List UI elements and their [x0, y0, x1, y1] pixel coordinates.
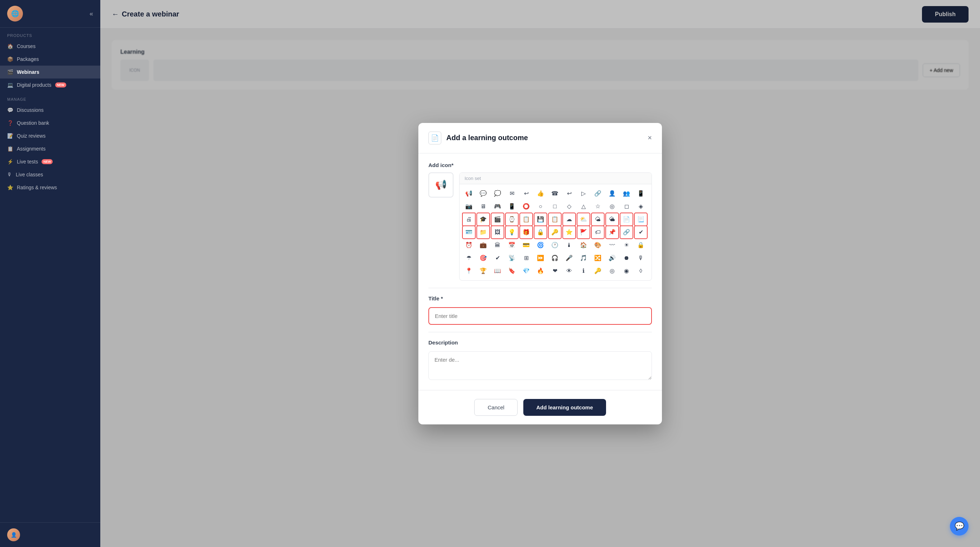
icon-placeholder3[interactable]: ◇ — [563, 200, 576, 213]
selected-icon-preview[interactable]: 📢 — [428, 172, 453, 198]
chat-support-button[interactable]: 💬 — [950, 517, 969, 536]
icon-placeholder1[interactable]: ○ — [534, 200, 547, 213]
icon-book[interactable]: 📖 — [491, 265, 504, 277]
modal-close-button[interactable]: × — [648, 134, 652, 142]
sidebar-item-packages[interactable]: 📦 Packages — [0, 53, 100, 65]
title-input[interactable] — [428, 307, 652, 325]
icon-phone[interactable]: ☎ — [548, 187, 561, 200]
sidebar-collapse-button[interactable]: « — [89, 10, 93, 18]
icon-print[interactable]: 🖨 — [463, 213, 475, 226]
sidebar-item-question-bank[interactable]: ❓ Question bank — [0, 116, 100, 129]
icon-monitor[interactable]: 🖥 — [477, 200, 490, 213]
icon-pin[interactable]: 📌 — [606, 226, 619, 239]
icon-bookmark[interactable]: 🔖 — [505, 265, 518, 277]
icon-placeholder8[interactable]: ◈ — [634, 200, 647, 213]
icon-save[interactable]: 💾 — [534, 213, 547, 226]
icon-graduate[interactable]: 🎓 — [477, 213, 490, 226]
icon-mic[interactable]: 🎤 — [563, 252, 576, 265]
icon-gamepad[interactable]: 🎮 — [491, 200, 504, 213]
icon-pin2[interactable]: 📍 — [463, 265, 475, 277]
icon-send[interactable]: ▷ — [577, 187, 590, 200]
icon-headphones[interactable]: 🎧 — [548, 252, 561, 265]
icon-cloud4[interactable]: 🌥 — [606, 213, 619, 226]
icon-key2[interactable]: 🔑 — [591, 265, 604, 277]
icon-image[interactable]: 🖼 — [491, 226, 504, 239]
icon-placeholder9[interactable]: ◎ — [606, 265, 619, 277]
description-input[interactable] — [428, 351, 652, 380]
icon-video[interactable]: 🎬 — [491, 213, 504, 226]
icon-info[interactable]: ℹ — [577, 265, 590, 277]
icon-calendar[interactable]: 📅 — [505, 239, 518, 252]
icon-diamond[interactable]: 💎 — [520, 265, 533, 277]
sidebar-item-live-classes[interactable]: 🎙 Live classes — [0, 168, 100, 181]
icon-check[interactable]: ✔ — [634, 226, 647, 239]
icon-spinner[interactable]: 🌀 — [534, 239, 547, 252]
icon-volume[interactable]: 🔊 — [606, 252, 619, 265]
sidebar-item-digital-products[interactable]: 💻 Digital products New — [0, 78, 100, 91]
sidebar-item-quiz-reviews[interactable]: 📝 Quiz reviews — [0, 129, 100, 142]
icon-clip2[interactable]: 📋 — [548, 213, 561, 226]
sidebar-item-webinars[interactable]: 🎬 Webinars — [0, 65, 100, 78]
icon-folder[interactable]: 📁 — [477, 226, 490, 239]
icon-lock2[interactable]: 🔒 — [634, 239, 647, 252]
icon-home[interactable]: 🏠 — [577, 239, 590, 252]
icon-cloud[interactable]: ☁ — [563, 213, 576, 226]
icon-temp[interactable]: 🌡 — [563, 239, 576, 252]
icon-users[interactable]: 👥 — [620, 187, 633, 200]
icon-lock[interactable]: 🔒 — [534, 226, 547, 239]
icon-fire[interactable]: 🔥 — [534, 265, 547, 277]
icon-time[interactable]: 🕐 — [548, 239, 561, 252]
icon-eye[interactable]: 👁 — [563, 265, 576, 277]
icon-placeholder11[interactable]: ◊ — [634, 265, 647, 277]
cancel-button[interactable]: Cancel — [474, 399, 517, 416]
icon-placeholder2[interactable]: □ — [548, 200, 561, 213]
icon-megaphone[interactable]: 📢 — [463, 187, 475, 200]
sidebar-item-assignments[interactable]: 📋 Assignments — [0, 142, 100, 155]
icon-shuffle[interactable]: 🔀 — [591, 252, 604, 265]
icon-cloud3[interactable]: 🌤 — [591, 213, 604, 226]
icon-doc[interactable]: 📄 — [620, 213, 633, 226]
icon-placeholder7[interactable]: ◻ — [620, 200, 633, 213]
icon-watch[interactable]: ⌚ — [505, 213, 518, 226]
icon-id[interactable]: 🪪 — [463, 226, 475, 239]
icon-comment[interactable]: 💭 — [491, 187, 504, 200]
icon-rec[interactable]: ⏺ — [620, 252, 633, 265]
icon-bulb[interactable]: 💡 — [505, 226, 518, 239]
icon-target[interactable]: 🎯 — [477, 252, 490, 265]
icon-music[interactable]: 🎵 — [577, 252, 590, 265]
icon-key[interactable]: 🔑 — [548, 226, 561, 239]
icon-mail[interactable]: ✉ — [505, 187, 518, 200]
icon-tag[interactable]: 🏷 — [591, 226, 604, 239]
icon-placeholder4[interactable]: △ — [577, 200, 590, 213]
icon-gift[interactable]: 🎁 — [520, 226, 533, 239]
icon-microphone[interactable]: 🎙 — [634, 252, 647, 265]
icon-cloud2[interactable]: ⛅ — [577, 213, 590, 226]
icon-placeholder10[interactable]: ◉ — [620, 265, 633, 277]
add-learning-outcome-button[interactable]: Add learning outcome — [523, 399, 606, 416]
icon-placeholder6[interactable]: ◎ — [606, 200, 619, 213]
icon-check2[interactable]: ✔ — [491, 252, 504, 265]
icon-clipboard[interactable]: 📋 — [520, 213, 533, 226]
icon-trophy[interactable]: 🏆 — [477, 265, 490, 277]
icon-signal[interactable]: 📡 — [505, 252, 518, 265]
icon-link[interactable]: 🔗 — [620, 226, 633, 239]
icon-camera[interactable]: 📷 — [463, 200, 475, 213]
icon-share[interactable]: 🔗 — [591, 187, 604, 200]
icon-briefcase[interactable]: 💼 — [477, 239, 490, 252]
icon-palette[interactable]: 🎨 — [591, 239, 604, 252]
icon-bank[interactable]: 🏛 — [491, 239, 504, 252]
icon-doc2[interactable]: 📃 — [634, 213, 647, 226]
icon-mobile[interactable]: 📱 — [505, 200, 518, 213]
icon-fastfwd[interactable]: ⏩ — [534, 252, 547, 265]
user-avatar[interactable]: 👤 — [7, 528, 20, 541]
sidebar-item-courses[interactable]: 🏠 Courses — [0, 40, 100, 53]
sidebar-item-live-tests[interactable]: ⚡ Live tests New — [0, 155, 100, 168]
icon-star[interactable]: ⭐ — [563, 226, 576, 239]
icon-card[interactable]: 💳 — [520, 239, 533, 252]
icon-back[interactable]: ↩ — [563, 187, 576, 200]
sidebar-item-ratings-reviews[interactable]: ⭐ Ratings & reviews — [0, 181, 100, 194]
icon-reply[interactable]: ↩ — [520, 187, 533, 200]
icon-chat[interactable]: 💬 — [477, 187, 490, 200]
icon-wave[interactable]: 〰 — [606, 239, 619, 252]
avatar[interactable]: 🌐 — [7, 6, 23, 22]
